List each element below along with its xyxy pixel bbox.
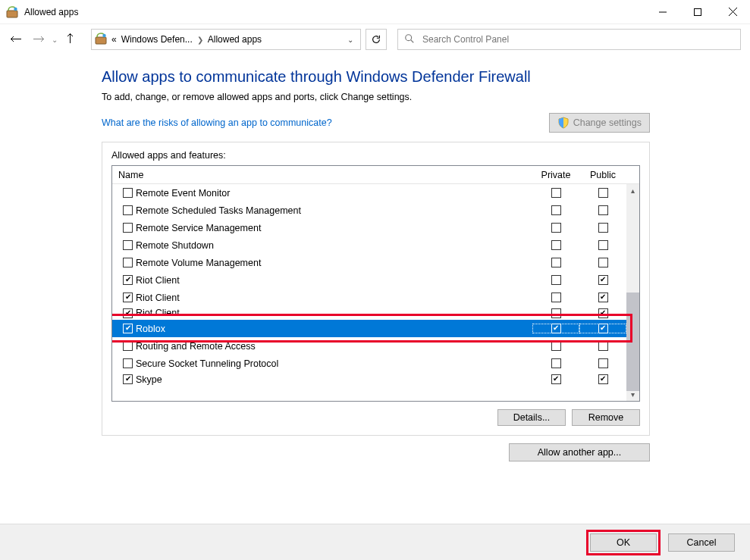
app-row[interactable]: Roblox bbox=[112, 320, 626, 337]
row-public-checkbox[interactable] bbox=[598, 258, 608, 267]
risks-link[interactable]: What are the risks of allowing an app to… bbox=[102, 117, 332, 128]
app-row[interactable]: Remote Shutdown bbox=[112, 236, 626, 254]
row-private-checkbox[interactable] bbox=[551, 324, 561, 333]
window-title: Allowed apps bbox=[24, 7, 78, 17]
refresh-button[interactable] bbox=[366, 29, 387, 50]
app-row[interactable]: Secure Socket Tunneling Protocol bbox=[112, 355, 626, 372]
app-row[interactable]: Remote Volume Management bbox=[112, 254, 626, 271]
row-name-label: Remote Scheduled Tasks Management bbox=[136, 205, 301, 216]
allow-another-app-button[interactable]: Allow another app... bbox=[509, 443, 650, 461]
row-private-checkbox[interactable] bbox=[551, 275, 561, 285]
row-private-checkbox[interactable] bbox=[551, 205, 561, 215]
column-private[interactable]: Private bbox=[532, 170, 579, 180]
search-input[interactable] bbox=[421, 33, 734, 45]
app-row[interactable]: Remote Scheduled Tasks Management bbox=[112, 202, 626, 219]
app-row[interactable]: Skype bbox=[112, 372, 626, 386]
forward-button[interactable]: 🡒 bbox=[29, 30, 49, 49]
app-row[interactable]: Routing and Remote Access bbox=[112, 337, 626, 355]
row-private-checkbox[interactable] bbox=[551, 240, 561, 250]
row-name-label: Remote Shutdown bbox=[136, 240, 214, 251]
app-row[interactable]: Remote Event Monitor bbox=[112, 184, 626, 202]
svg-point-1 bbox=[14, 7, 17, 10]
chevron-right-icon: ❯ bbox=[197, 36, 203, 44]
row-name-label: Roblox bbox=[136, 324, 165, 334]
navigation-bar: 🡐 🡒 ⌄ 🡑 « Windows Defen... ❯ Allowed app… bbox=[0, 24, 750, 55]
firewall-icon bbox=[95, 33, 107, 47]
row-name-label: Secure Socket Tunneling Protocol bbox=[136, 358, 278, 369]
row-enable-checkbox[interactable] bbox=[123, 240, 133, 250]
column-name[interactable]: Name bbox=[112, 170, 532, 180]
app-row[interactable]: Riot Client bbox=[112, 306, 626, 320]
address-bar[interactable]: « Windows Defen... ❯ Allowed apps ⌄ bbox=[91, 29, 361, 50]
row-private-checkbox[interactable] bbox=[551, 308, 561, 318]
breadcrumb-2[interactable]: Allowed apps bbox=[208, 34, 262, 45]
row-private-checkbox[interactable] bbox=[551, 293, 561, 302]
scroll-thumb[interactable] bbox=[626, 293, 639, 391]
breadcrumb-1[interactable]: Windows Defen... bbox=[121, 34, 193, 45]
row-private-checkbox[interactable] bbox=[551, 223, 561, 233]
row-enable-checkbox[interactable] bbox=[123, 258, 133, 267]
row-private-checkbox[interactable] bbox=[551, 358, 561, 368]
apps-list-header: Name Private Public bbox=[112, 166, 639, 184]
scrollbar[interactable]: ▴ ▾ bbox=[626, 184, 639, 401]
window-controls bbox=[645, 1, 750, 23]
row-enable-checkbox[interactable] bbox=[123, 275, 133, 285]
row-enable-checkbox[interactable] bbox=[123, 188, 133, 198]
row-name-label: Routing and Remote Access bbox=[136, 341, 256, 352]
row-public-checkbox[interactable] bbox=[598, 240, 608, 250]
scroll-track[interactable] bbox=[626, 197, 639, 388]
annotation-highlight-ok: OK bbox=[586, 530, 661, 555]
history-dropdown[interactable]: ⌄ bbox=[52, 36, 58, 44]
row-enable-checkbox[interactable] bbox=[123, 324, 133, 333]
app-row[interactable]: Remote Service Management bbox=[112, 219, 626, 236]
address-dropdown[interactable]: ⌄ bbox=[344, 36, 357, 44]
row-public-checkbox[interactable] bbox=[598, 188, 608, 198]
maximize-button[interactable] bbox=[680, 1, 715, 23]
change-settings-button[interactable]: Change settings bbox=[549, 113, 650, 133]
close-button[interactable] bbox=[715, 1, 750, 23]
row-enable-checkbox[interactable] bbox=[123, 358, 133, 368]
row-enable-checkbox[interactable] bbox=[123, 341, 133, 351]
row-enable-checkbox[interactable] bbox=[123, 205, 133, 215]
column-public[interactable]: Public bbox=[579, 170, 626, 180]
row-public-checkbox[interactable] bbox=[598, 293, 608, 302]
row-name-label: Skype bbox=[136, 374, 162, 385]
content-area: Allow apps to communicate through Window… bbox=[0, 55, 750, 461]
row-enable-checkbox[interactable] bbox=[123, 308, 133, 318]
row-private-checkbox[interactable] bbox=[551, 374, 561, 384]
allowed-apps-panel: Allowed apps and features: Name Private … bbox=[102, 142, 650, 436]
details-button[interactable]: Details... bbox=[497, 409, 566, 426]
minimize-button[interactable] bbox=[645, 1, 680, 23]
row-public-checkbox[interactable] bbox=[598, 205, 608, 215]
row-private-checkbox[interactable] bbox=[551, 341, 561, 351]
row-public-checkbox[interactable] bbox=[598, 341, 608, 351]
row-enable-checkbox[interactable] bbox=[123, 374, 133, 384]
search-box[interactable] bbox=[397, 29, 741, 50]
row-enable-checkbox[interactable] bbox=[123, 223, 133, 233]
row-public-checkbox[interactable] bbox=[598, 324, 608, 333]
cancel-button[interactable]: Cancel bbox=[668, 533, 735, 552]
row-enable-checkbox[interactable] bbox=[123, 293, 133, 302]
remove-button[interactable]: Remove bbox=[572, 409, 640, 426]
row-private-checkbox[interactable] bbox=[551, 188, 561, 198]
row-public-checkbox[interactable] bbox=[598, 275, 608, 285]
up-button[interactable]: 🡑 bbox=[61, 30, 80, 49]
row-name-label: Riot Client bbox=[136, 275, 180, 286]
row-public-checkbox[interactable] bbox=[598, 223, 608, 233]
svg-line-9 bbox=[411, 39, 414, 42]
row-public-checkbox[interactable] bbox=[598, 358, 608, 368]
ok-button[interactable]: OK bbox=[590, 533, 657, 552]
back-button[interactable]: 🡐 bbox=[6, 30, 26, 49]
row-name-label: Riot Client bbox=[136, 308, 180, 318]
app-row[interactable]: Riot Client bbox=[112, 289, 626, 306]
scroll-up-icon[interactable]: ▴ bbox=[626, 184, 639, 197]
svg-point-7 bbox=[102, 33, 105, 36]
breadcrumb-prefix: « bbox=[111, 34, 117, 45]
row-public-checkbox[interactable] bbox=[598, 308, 608, 318]
titlebar: Allowed apps bbox=[0, 0, 750, 24]
app-row[interactable]: Riot Client bbox=[112, 271, 626, 289]
row-private-checkbox[interactable] bbox=[551, 258, 561, 267]
row-name-label: Riot Client bbox=[136, 293, 180, 303]
svg-point-8 bbox=[406, 34, 412, 40]
row-public-checkbox[interactable] bbox=[598, 374, 608, 384]
